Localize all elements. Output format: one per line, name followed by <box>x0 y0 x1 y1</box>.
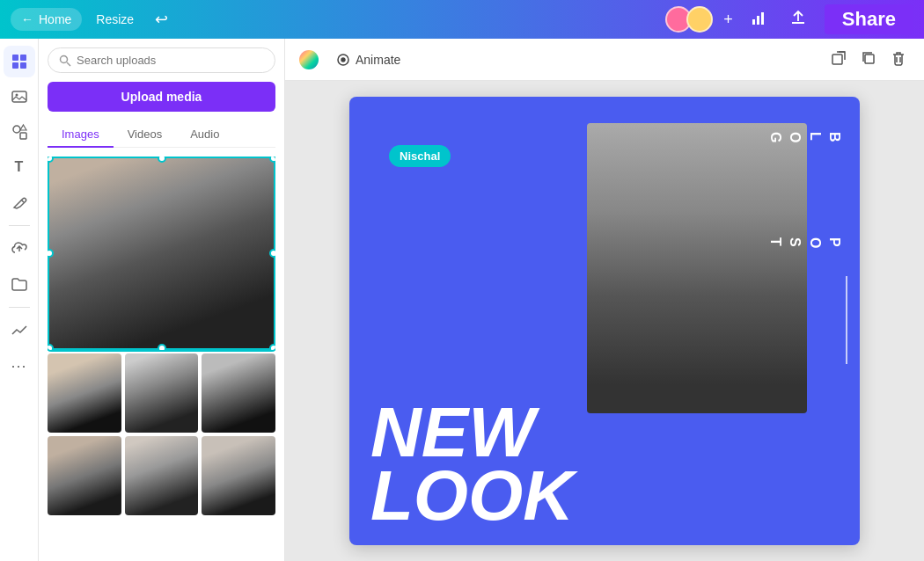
grid-item-2[interactable] <box>48 353 121 433</box>
new-look-container: NEW LOOK <box>370 401 574 528</box>
duplicate-button[interactable] <box>857 47 880 73</box>
look-text: LOOK <box>370 464 574 528</box>
sidebar-divider <box>9 225 30 226</box>
vertical-line <box>846 276 847 364</box>
delete-button[interactable] <box>887 47 910 73</box>
design-photo-inner <box>587 123 807 413</box>
main-image <box>48 157 275 350</box>
grid-item-4[interactable] <box>202 353 275 433</box>
svg-rect-6 <box>20 62 26 69</box>
new-tab-button[interactable] <box>827 47 850 73</box>
home-button[interactable]: ← Home <box>11 8 82 31</box>
thumb-1 <box>48 353 121 433</box>
grid-item-5[interactable] <box>48 436 121 515</box>
svg-rect-1 <box>757 16 759 25</box>
sidebar-item-analytics[interactable] <box>4 315 35 346</box>
svg-rect-0 <box>752 19 755 25</box>
home-label: Home <box>39 12 71 26</box>
back-arrow-icon: ← <box>21 12 33 26</box>
thumb-5 <box>125 436 199 515</box>
sidebar-item-more[interactable]: ··· <box>4 350 35 382</box>
image-icon <box>11 88 28 106</box>
folder-icon <box>11 275 28 293</box>
sidebar-item-folder[interactable] <box>4 268 35 300</box>
design-main-photo <box>587 123 807 413</box>
search-input[interactable] <box>77 54 264 67</box>
thumb-6 <box>202 436 275 515</box>
grid-item-7[interactable] <box>202 436 275 515</box>
uploads-panel: Upload media Images Videos Audio <box>39 39 285 561</box>
search-bar <box>48 47 275 73</box>
media-tabs: Images Videos Audio <box>48 122 275 148</box>
svg-point-9 <box>13 126 20 133</box>
canvas-area: Animate <box>285 39 924 561</box>
topbar: ← Home Resize ↩ + Share <box>0 0 924 39</box>
share-upload-button[interactable] <box>782 5 814 34</box>
sidebar-item-upload[interactable] <box>4 233 35 265</box>
canvas-toolbar: Animate <box>285 39 924 81</box>
thumb-4 <box>48 436 121 515</box>
svg-rect-4 <box>20 55 26 61</box>
canvas-content[interactable]: B L O G P O S T NEW LOOK <box>285 81 924 561</box>
upload-icon <box>789 9 807 26</box>
new-text: NEW <box>370 401 574 464</box>
svg-rect-15 <box>832 55 842 64</box>
animate-button[interactable]: Animate <box>329 47 407 72</box>
sidebar-divider-2 <box>9 307 30 308</box>
sidebar-item-image[interactable] <box>4 81 35 113</box>
sidebar-item-text[interactable]: T <box>4 151 35 183</box>
analytics-icon <box>11 322 28 339</box>
share-button[interactable]: Share <box>825 4 913 34</box>
upload-media-button[interactable]: Upload media <box>48 82 275 112</box>
new-tab-icon <box>831 50 847 66</box>
thumb-2 <box>125 353 199 433</box>
undo-button[interactable]: ↩ <box>148 5 175 33</box>
grid-item-3[interactable] <box>125 353 199 433</box>
tab-videos[interactable]: Videos <box>114 122 177 148</box>
sidebar-item-grid[interactable] <box>4 46 35 77</box>
svg-point-11 <box>61 55 68 62</box>
draw-icon <box>11 193 28 211</box>
avatar-2 <box>686 6 713 33</box>
animate-label: Animate <box>356 53 400 67</box>
grid-item-main[interactable] <box>48 157 275 350</box>
cloud-upload-icon <box>11 240 28 258</box>
animate-icon <box>336 53 350 67</box>
add-collaborator-button[interactable]: + <box>720 7 737 33</box>
image-grid <box>48 157 275 552</box>
grid-row-1 <box>48 157 275 350</box>
main-layout: T ··· <box>0 39 924 561</box>
blog-post-text: B L O G <box>765 132 844 148</box>
undo-icon: ↩ <box>155 11 168 28</box>
svg-rect-3 <box>12 55 18 61</box>
avatar-group <box>665 6 713 33</box>
chart-button[interactable] <box>744 5 775 34</box>
icon-sidebar: T ··· <box>0 39 39 561</box>
search-icon <box>59 55 71 67</box>
upload-media-label: Upload media <box>121 90 202 104</box>
trash-icon <box>891 50 906 66</box>
resize-label: Resize <box>96 12 134 26</box>
grid-icon <box>11 53 28 70</box>
tab-audio[interactable]: Audio <box>176 122 233 148</box>
thumb-3 <box>202 353 275 433</box>
canvas-icons <box>827 47 910 73</box>
share-label: Share <box>842 8 896 30</box>
gradient-dot <box>299 50 319 69</box>
grid-item-6[interactable] <box>125 436 199 515</box>
svg-point-8 <box>15 94 18 97</box>
nischal-label: Nischal <box>400 149 440 163</box>
resize-button[interactable]: Resize <box>89 8 141 31</box>
duplicate-icon <box>861 50 876 66</box>
sidebar-item-elements[interactable] <box>4 116 35 148</box>
post-text: P O S T <box>765 237 844 253</box>
svg-point-14 <box>341 58 345 62</box>
grid-row-3 <box>48 436 275 515</box>
grid-row-2 <box>48 353 275 433</box>
text-icon: T <box>15 159 24 175</box>
svg-rect-10 <box>20 133 26 139</box>
sidebar-item-draw[interactable] <box>4 186 35 218</box>
tab-images[interactable]: Images <box>48 122 114 148</box>
svg-rect-7 <box>12 91 26 102</box>
nischal-tooltip: Nischal <box>389 145 451 167</box>
